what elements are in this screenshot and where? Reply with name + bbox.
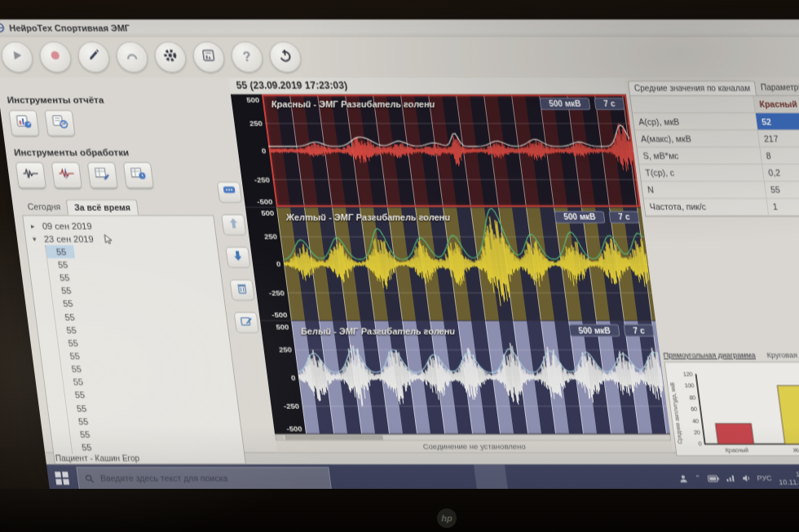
tree-node-date[interactable]: ▾23 сен 2019 xyxy=(25,232,217,245)
neurotech-app-taskbar-button[interactable] xyxy=(474,464,508,490)
emg-plot[interactable]: Красный - ЭМГ Разгибатель голени500 мкВ7… xyxy=(262,95,641,207)
tree-record-item[interactable]: 55 xyxy=(52,297,225,310)
mail-taskbar-button[interactable] xyxy=(443,464,477,490)
y-tick: -500 xyxy=(257,197,273,206)
history-tab-today[interactable]: Сегодня xyxy=(20,200,68,215)
table-row[interactable]: N55 xyxy=(642,182,799,198)
windows-taskbar: ⌃ РУС 15:23 10.11.2019 xyxy=(46,464,799,490)
history-tab-all-time[interactable]: За всё время xyxy=(66,200,139,215)
report-copy-icon xyxy=(51,114,69,132)
table-clock-button[interactable] xyxy=(123,162,154,188)
taskbar-search[interactable] xyxy=(76,467,332,490)
right-panel-tab-averages[interactable]: Средние значения по каналам xyxy=(628,81,757,95)
tree-record-item[interactable]: 55 xyxy=(47,258,220,271)
tray-time: 15:23 xyxy=(777,470,799,478)
scroll-left-arrow[interactable] xyxy=(276,435,285,440)
report-copy-button[interactable] xyxy=(44,110,75,136)
tree-record-item[interactable]: 55 xyxy=(69,428,242,441)
table-edit-button[interactable] xyxy=(87,162,118,188)
tree-record-item[interactable]: 55 xyxy=(61,363,234,376)
pencil-button[interactable] xyxy=(77,42,112,73)
connection-status: Соединение не установлено xyxy=(276,441,673,452)
chevron-right-icon[interactable]: ▸ xyxy=(30,222,39,230)
emg-channel-row[interactable]: 5002500-250-500Желтый - ЭМГ Разгибатель … xyxy=(245,208,656,321)
emg-channel-row[interactable]: 5002500-250-500Белый - ЭМГ Разгибатель г… xyxy=(260,321,670,434)
tree-record-item[interactable]: 55 xyxy=(51,284,223,297)
windows-logo-icon xyxy=(55,472,69,485)
photo-background: НейроТех Спортивная ЭМГ ? Инструменты от… xyxy=(0,0,799,532)
diagram-tab-pie[interactable]: Круговая диаграмма xyxy=(766,351,799,359)
sensitivity-arc-button[interactable] xyxy=(115,42,150,73)
table-edit-icon xyxy=(93,166,112,184)
param-value[interactable]: 1 xyxy=(767,199,799,215)
emg-channel-row[interactable]: 5002500-250-500Красный - ЭМГ Разгибатель… xyxy=(231,95,641,208)
y-tick: 0 xyxy=(290,373,296,382)
param-value[interactable]: 55 xyxy=(765,182,799,198)
tree-node-date[interactable]: ▸09 сен 2019 xyxy=(24,219,215,232)
help-button[interactable]: ? xyxy=(230,42,265,73)
report-doc-button[interactable] xyxy=(192,42,227,73)
network-icon[interactable] xyxy=(725,474,735,482)
opera-icon xyxy=(428,471,430,486)
horizontal-scrollbar[interactable] xyxy=(275,434,671,441)
battery-icon[interactable] xyxy=(707,475,719,482)
emg-plot[interactable]: Белый - ЭМГ Разгибатель голени500 мкВ7 с xyxy=(291,321,670,433)
tray-expand-icon[interactable]: ⌃ xyxy=(695,474,702,482)
bar-chart-ytick: 40 xyxy=(692,418,700,424)
opera-taskbar-button[interactable] xyxy=(412,464,446,490)
report-chart-button[interactable] xyxy=(8,110,39,136)
tree-record-item[interactable]: 55 xyxy=(71,441,244,454)
param-value[interactable]: 217 xyxy=(758,130,799,147)
table-row[interactable]: S, мВ*мс8 xyxy=(637,147,799,164)
tree-record-item[interactable]: 55 xyxy=(55,323,228,336)
comment-button[interactable] xyxy=(217,182,242,203)
search-input[interactable] xyxy=(98,473,307,484)
y-tick: -250 xyxy=(283,401,299,410)
tree-record-item[interactable]: 55 xyxy=(68,415,241,428)
power-button[interactable] xyxy=(268,42,303,73)
start-button[interactable] xyxy=(46,464,77,490)
explorer-folder-taskbar-button[interactable] xyxy=(381,464,415,490)
settings-gear-button[interactable] xyxy=(153,42,188,73)
y-tick: 0 xyxy=(276,260,281,269)
tree-record-item[interactable]: 55 xyxy=(60,350,232,363)
tree-record-item[interactable]: 55 xyxy=(49,271,222,284)
arrow-down-button[interactable] xyxy=(226,247,251,268)
task-view-taskbar-button[interactable] xyxy=(350,464,384,490)
diagram-tab-bar[interactable]: Прямоугольная диаграмма xyxy=(663,351,756,359)
edit-button[interactable] xyxy=(234,312,259,333)
param-value[interactable]: 0,2 xyxy=(762,165,799,181)
param-value[interactable]: 8 xyxy=(760,147,799,164)
table-row[interactable]: А(макс), мкВ217 xyxy=(635,130,799,147)
record-icon xyxy=(47,48,64,66)
arrow-up-button[interactable] xyxy=(221,214,246,235)
tree-record-item[interactable]: 55 xyxy=(63,376,236,389)
tree-record-item[interactable]: 55 xyxy=(46,245,75,258)
waveform-red-button[interactable] xyxy=(51,162,82,188)
param-label: Частота, пик/с xyxy=(644,199,769,215)
play-button[interactable] xyxy=(0,42,34,73)
right-panel-tab-parameters[interactable]: Параметры xyxy=(755,81,799,95)
people-icon[interactable] xyxy=(678,474,688,483)
table-row[interactable]: А(ср), мкВ52 xyxy=(633,113,799,130)
language-indicator[interactable]: РУС xyxy=(757,474,772,482)
tree-record-item[interactable]: 55 xyxy=(66,402,239,415)
hp-logo: hp xyxy=(437,508,457,528)
tree-record-item[interactable]: 55 xyxy=(58,336,231,350)
waveform-markers-button[interactable] xyxy=(15,162,46,188)
emg-plot[interactable]: Желтый - ЭМГ Разгибатель голени500 мкВ7 … xyxy=(276,208,656,320)
trash-button[interactable] xyxy=(230,279,255,301)
tree-record-item[interactable]: 55 xyxy=(54,310,227,323)
y-tick: 250 xyxy=(263,231,277,240)
channel-values-table: КрасныйА(ср), мкВ52А(макс), мкВ217S, мВ*… xyxy=(629,95,799,217)
volume-icon[interactable] xyxy=(741,474,751,482)
table-row[interactable]: Частота, пик/с1 xyxy=(644,199,799,215)
scrollbar-thumb[interactable] xyxy=(285,435,384,440)
right-panel-tabs: Средние значения по каналамПараметры xyxy=(628,81,799,95)
param-value[interactable]: 52 xyxy=(756,113,799,130)
chevron-down-icon[interactable]: ▾ xyxy=(32,235,41,243)
record-button[interactable] xyxy=(38,42,73,73)
tree-record-item[interactable]: 55 xyxy=(64,389,237,402)
taskbar-clock[interactable]: 15:23 10.11.2019 xyxy=(777,470,799,486)
table-row[interactable]: Т(ср), с0,2 xyxy=(639,165,799,181)
